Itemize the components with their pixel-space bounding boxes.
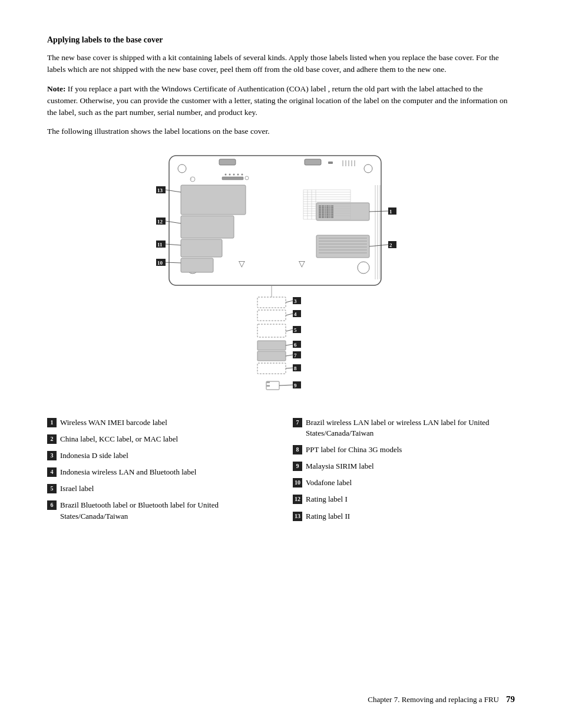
svg-text:▽: ▽	[299, 259, 305, 268]
svg-point-21	[242, 173, 243, 175]
note-body: If you replace a part with the Windows C…	[47, 84, 508, 117]
svg-rect-28	[181, 258, 213, 272]
svg-rect-77	[257, 341, 286, 350]
svg-line-84	[286, 355, 293, 356]
list-item: 13 Rating label II	[293, 511, 515, 522]
svg-rect-26	[181, 216, 234, 238]
label-badge-7: 7	[293, 418, 302, 427]
list-item: 2 China label, KCC label, or MAC label	[47, 434, 269, 444]
svg-rect-55	[316, 235, 369, 258]
svg-rect-90	[266, 381, 270, 383]
labels-column-left: 1 Wireless WAN IMEI barcode label 2 Chin…	[47, 417, 269, 528]
label-text-13: Rating label II	[306, 511, 515, 522]
svg-rect-41	[316, 203, 369, 220]
labels-column-right: 7 Brazil wireless LAN label or wireless …	[293, 417, 515, 528]
label-badge-10: 10	[293, 478, 302, 487]
svg-point-17	[225, 173, 227, 175]
svg-line-88	[286, 368, 293, 368]
label-text-7: Brazil wireless LAN label or wireless LA…	[306, 417, 515, 439]
svg-rect-7	[328, 162, 333, 164]
svg-text:5: 5	[294, 327, 297, 333]
svg-text:6: 6	[294, 342, 297, 348]
svg-text:7: 7	[294, 353, 297, 358]
svg-text:3: 3	[294, 298, 297, 304]
label-diagram: + 13 12 11 10	[134, 150, 428, 403]
list-item: 4 Indonesia wireless LAN and Bluetooth l…	[47, 467, 269, 477]
list-item: 8 PPT label for China 3G models	[293, 444, 515, 455]
svg-point-19	[233, 173, 235, 175]
label-text-9: Malaysia SIRIM label	[306, 461, 515, 472]
label-text-4: Indonesia wireless LAN and Bluetooth lab…	[60, 467, 269, 477]
label-text-2: China label, KCC label, or MAC label	[60, 434, 269, 444]
list-item: 12 Rating label I	[293, 494, 515, 505]
svg-text:10: 10	[157, 260, 163, 266]
svg-rect-27	[181, 239, 222, 257]
svg-text:1: 1	[389, 209, 392, 215]
label-badge-12: 12	[293, 495, 302, 504]
diagram-area: + 13 12 11 10	[47, 150, 515, 403]
svg-rect-65	[257, 297, 286, 308]
svg-point-18	[229, 173, 231, 175]
labels-list: 1 Wireless WAN IMEI barcode label 2 Chin…	[47, 417, 515, 528]
svg-text:11: 11	[157, 242, 163, 248]
label-text-10: Vodafone label	[306, 477, 515, 488]
svg-rect-25	[181, 185, 246, 215]
label-text-8: PPT label for China 3G models	[306, 444, 515, 455]
paragraph-1: The new base cover is shipped with a kit…	[47, 52, 515, 76]
label-text-1: Wireless WAN IMEI barcode label	[60, 417, 269, 428]
svg-line-80	[286, 344, 293, 345]
note-paragraph: Note: If you replace a part with the Win…	[47, 83, 515, 119]
label-text-5: Israel label	[60, 483, 269, 494]
svg-text:2: 2	[389, 242, 392, 248]
label-text-3: Indonesia D side label	[60, 450, 269, 461]
list-item: 7 Brazil wireless LAN label or wireless …	[293, 417, 515, 439]
label-badge-3: 3	[47, 451, 57, 460]
svg-text:▽: ▽	[239, 259, 245, 268]
label-badge-9: 9	[293, 462, 302, 471]
list-item: 9 Malaysia SIRIM label	[293, 461, 515, 472]
svg-rect-73	[257, 324, 286, 337]
svg-rect-81	[257, 351, 286, 361]
label-badge-13: 13	[293, 512, 302, 521]
svg-point-20	[237, 173, 239, 175]
label-text-6: Brazil Bluetooth label or Bluetooth labe…	[60, 500, 269, 521]
svg-line-94	[279, 385, 293, 386]
svg-line-76	[286, 330, 293, 331]
svg-rect-6	[305, 159, 321, 165]
label-badge-2: 2	[47, 434, 57, 444]
note-label: Note:	[47, 84, 65, 93]
list-item: 10 Vodafone label	[293, 477, 515, 488]
svg-rect-5	[219, 159, 236, 165]
page-number: 79	[506, 694, 515, 704]
label-text-12: Rating label I	[306, 494, 515, 505]
list-item: 3 Indonesia D side label	[47, 450, 269, 461]
label-badge-4: 4	[47, 467, 57, 477]
section-title: Applying labels to the base cover	[47, 35, 515, 45]
page-footer: Chapter 7. Removing and replacing a FRU …	[368, 694, 515, 704]
label-badge-1: 1	[47, 418, 57, 427]
svg-rect-85	[257, 363, 286, 374]
list-item: 5 Israel label	[47, 483, 269, 494]
label-badge-5: 5	[47, 484, 57, 493]
illustration-text: The following illustration shows the lab…	[47, 126, 515, 137]
label-badge-8: 8	[293, 445, 302, 454]
svg-text:8: 8	[294, 365, 297, 371]
svg-text:12: 12	[157, 219, 163, 225]
svg-rect-69	[257, 310, 286, 321]
svg-text:4: 4	[294, 311, 297, 317]
list-item: 1 Wireless WAN IMEI barcode label	[47, 417, 269, 428]
label-badge-6: 6	[47, 500, 57, 510]
svg-text:13: 13	[157, 187, 163, 193]
svg-line-68	[286, 301, 293, 302]
svg-rect-15	[222, 177, 243, 180]
list-item: 6 Brazil Bluetooth label or Bluetooth la…	[47, 500, 269, 521]
svg-line-72	[286, 314, 293, 315]
svg-text:9: 9	[294, 383, 297, 388]
svg-rect-91	[266, 385, 270, 387]
footer-chapter: Chapter 7. Removing and replacing a FRU	[368, 695, 499, 704]
